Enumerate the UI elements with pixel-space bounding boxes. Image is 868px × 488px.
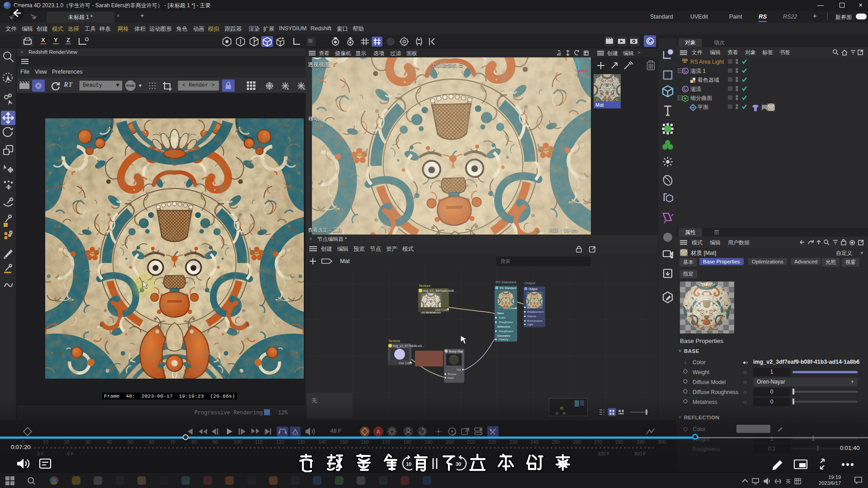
- svg-text:Surface: Surface: [527, 306, 537, 309]
- svg-text:Geometry: Geometry: [497, 334, 510, 337]
- svg-text:Volume: Volume: [527, 315, 537, 318]
- svg-text:Texture: Texture: [448, 373, 457, 375]
- svg-text:X: X: [587, 73, 590, 77]
- svg-text:Out: Out: [457, 368, 461, 371]
- svg-text:Light: Light: [527, 323, 533, 326]
- svg-text:Base: Base: [497, 312, 504, 314]
- svg-text:RS Standard: RS Standard: [495, 280, 516, 284]
- svg-text:Color: Color: [499, 316, 505, 319]
- svg-text:Y: Y: [576, 66, 578, 70]
- svg-text:Bump Map: Bump Map: [449, 350, 463, 353]
- svg-text:Reflection: Reflection: [497, 325, 510, 328]
- svg-text:Texture: Texture: [419, 284, 431, 288]
- svg-text:Roughness: Roughness: [499, 330, 513, 333]
- svg-text:A: A: [377, 429, 381, 435]
- svg-text:Output: Output: [524, 281, 536, 285]
- svg-text:Out Color: Out Color: [504, 307, 515, 310]
- svg-text:RS Area Light: RS Area Light: [690, 59, 724, 65]
- svg-text:Input: Input: [448, 376, 454, 379]
- svg-text:Output: Output: [528, 287, 538, 291]
- svg-text:G: G: [302, 87, 305, 90]
- svg-text:湍流: 湍流: [690, 86, 701, 92]
- svg-text:细分曲面: 细分曲面: [690, 95, 712, 101]
- svg-text:Out Color: Out Color: [435, 308, 449, 311]
- svg-text:KEY: KEY: [293, 433, 298, 436]
- svg-text:着色器域: 着色器域: [697, 77, 719, 83]
- svg-text:img_v2_577b84b-e9…: img_v2_577b84b-e9…: [393, 344, 425, 348]
- svg-text:Environment: Environment: [527, 319, 542, 322]
- svg-text:Texture: Texture: [388, 339, 401, 343]
- svg-text:湍流 1: 湍流 1: [690, 68, 706, 74]
- svg-text:平面: 平面: [698, 104, 708, 110]
- svg-text:英: 英: [786, 479, 791, 484]
- svg-text:Displacement: Displacement: [527, 310, 544, 313]
- svg-text:Opacity: Opacity: [499, 338, 508, 341]
- svg-text:Roughness: Roughness: [499, 321, 513, 324]
- svg-text:img_v2_3df7eaf9-b08…: img_v2_3df7eaf9-b08…: [423, 289, 457, 293]
- svg-text:RS Standard: RS Standard: [500, 286, 517, 290]
- svg-text:Z: Z: [577, 58, 580, 63]
- svg-text:A: A: [287, 87, 289, 90]
